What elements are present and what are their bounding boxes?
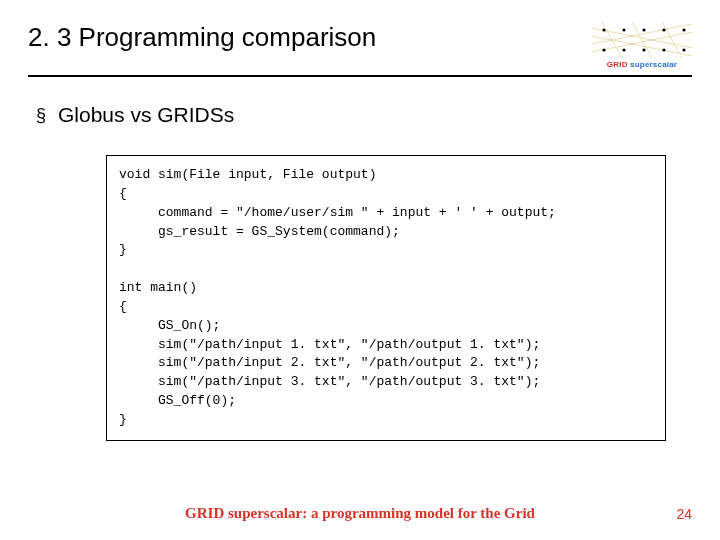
logo-dot-grid-icon [592, 22, 692, 58]
code-line: { [119, 299, 127, 314]
footer-caption: GRID superscalar: a programming model fo… [185, 505, 535, 522]
svg-point-14 [642, 48, 645, 51]
code-line: sim("/path/input 2. txt", "/path/output … [119, 355, 540, 370]
header-divider [28, 75, 692, 77]
svg-point-12 [602, 48, 605, 51]
code-line: GS_Off(0); [119, 393, 236, 408]
svg-point-11 [682, 28, 685, 31]
bullet-text: Globus vs GRIDSs [58, 103, 234, 127]
svg-point-9 [642, 28, 645, 31]
svg-line-6 [662, 22, 682, 58]
svg-point-15 [662, 48, 665, 51]
code-line: } [119, 242, 127, 257]
svg-line-1 [592, 36, 692, 56]
header: 2. 3 Programming comparison [28, 20, 692, 69]
bullet-item: § Globus vs GRIDSs [36, 103, 684, 127]
code-line: int main() [119, 280, 197, 295]
code-line: gs_result = GS_System(command); [119, 224, 400, 239]
svg-point-7 [602, 28, 605, 31]
brand-logo: GRID superscalar [592, 20, 692, 69]
svg-point-10 [662, 28, 665, 31]
code-block: void sim(File input, File output) { comm… [106, 155, 666, 441]
slide-title: 2. 3 Programming comparison [28, 20, 376, 53]
bullet-marker-icon: § [36, 103, 46, 127]
logo-word-superscalar: superscalar [630, 60, 677, 69]
svg-point-13 [622, 48, 625, 51]
code-line: GS_On(); [119, 318, 220, 333]
slide: 2. 3 Programming comparison [0, 0, 720, 540]
content-area: § Globus vs GRIDSs void sim(File input, … [28, 85, 692, 441]
logo-text: GRID superscalar [592, 60, 692, 69]
logo-word-grid: GRID [607, 60, 628, 69]
code-line: sim("/path/input 3. txt", "/path/output … [119, 374, 540, 389]
code-line: command = "/home/user/sim " + input + ' … [119, 205, 556, 220]
svg-line-2 [592, 24, 692, 44]
code-line: { [119, 186, 127, 201]
page-number: 24 [676, 506, 692, 522]
code-line: void sim(File input, File output) [119, 167, 376, 182]
code-line: sim("/path/input 1. txt", "/path/output … [119, 337, 540, 352]
svg-line-5 [632, 22, 652, 58]
svg-point-16 [682, 48, 685, 51]
svg-point-8 [622, 28, 625, 31]
code-line: } [119, 412, 127, 427]
svg-line-4 [602, 22, 622, 58]
footer: GRID superscalar: a programming model fo… [0, 505, 720, 522]
